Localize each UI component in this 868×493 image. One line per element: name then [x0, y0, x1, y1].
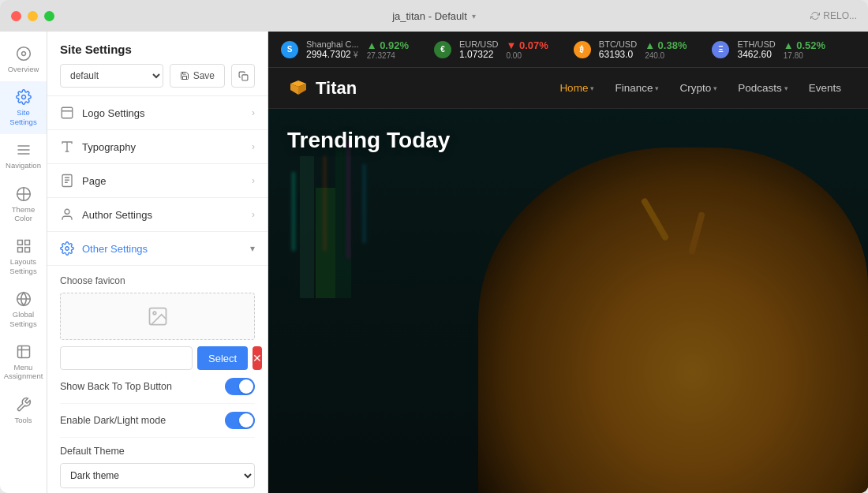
logo-settings-label: Logo Settings — [82, 107, 145, 119]
ticker-item-shanghai: S Shanghai C... 2994.7302 ¥ ▲ 0.92% 27.3… — [281, 39, 409, 60]
sidebar-item-theme-color[interactable]: ThemeColor — [0, 178, 47, 231]
svg-rect-8 — [24, 241, 29, 245]
page-label: Page — [82, 175, 106, 187]
svg-rect-10 — [24, 248, 29, 252]
minimize-button[interactable] — [28, 11, 38, 21]
author-arrow: › — [252, 209, 255, 220]
choose-favicon-label: Choose favicon — [60, 275, 255, 286]
svg-point-22 — [65, 247, 69, 251]
svg-rect-7 — [17, 241, 22, 245]
nav-logo: Titan — [287, 77, 357, 99]
nav-link-events[interactable]: Events — [801, 77, 849, 99]
back-to-top-toggle[interactable] — [225, 378, 255, 395]
svg-point-1 — [21, 52, 25, 56]
favicon-delete-button[interactable]: ✕ — [253, 346, 262, 370]
titlebar: ja_titan - Default ▾ RELO... — [0, 0, 868, 32]
settings-header: Site Settings default Save — [47, 32, 268, 96]
nav-link-crypto[interactable]: Crypto ▾ — [672, 77, 725, 99]
svg-point-21 — [65, 209, 69, 214]
other-settings-body: Choose favicon Select ✕ Show Back To Top… — [47, 266, 268, 493]
menu-item-logo[interactable]: Logo Settings › — [47, 96, 268, 130]
global-settings-icon — [16, 291, 32, 307]
sidebar-item-navigation[interactable]: Navigation — [0, 134, 47, 177]
traffic-lights — [11, 11, 54, 21]
back-to-top-row: Show Back To Top Button — [60, 370, 255, 404]
copy-icon — [238, 71, 249, 81]
sidebar-item-overview[interactable]: Overview — [0, 38, 47, 81]
save-icon — [180, 71, 189, 80]
app-window: ja_titan - Default ▾ RELO... Overview Si… — [0, 0, 868, 493]
theme-color-icon — [16, 186, 32, 202]
menu-item-author[interactable]: Author Settings › — [47, 198, 268, 232]
author-icon — [60, 207, 74, 222]
nav-link-finance[interactable]: Finance ▾ — [607, 77, 667, 99]
logo-settings-arrow: › — [252, 107, 255, 118]
favicon-upload-box[interactable] — [60, 293, 255, 340]
ticker-item-ethusd: Ξ ETH/USD 3462.60 ▲ 0.52% 17.80 — [712, 39, 825, 60]
settings-menu: Logo Settings › Typography › P — [47, 96, 268, 493]
close-button[interactable] — [11, 11, 21, 21]
other-settings-chevron: ▾ — [250, 243, 255, 254]
dark-light-mode-toggle[interactable] — [225, 412, 255, 429]
typography-arrow: › — [252, 141, 255, 152]
website-preview: S Shanghai C... 2994.7302 ¥ ▲ 0.92% 27.3… — [268, 32, 868, 493]
favicon-btn-row: Select ✕ — [60, 346, 255, 370]
page-arrow: › — [252, 175, 255, 186]
image-placeholder-icon — [147, 305, 169, 327]
svg-point-2 — [21, 95, 25, 99]
reload-button[interactable]: RELO... — [810, 10, 857, 21]
svg-rect-13 — [241, 74, 247, 80]
sidebar-item-global-settings[interactable]: GlobalSettings — [0, 283, 47, 336]
nav-links: Home ▾ Finance ▾ Crypto ▾ Podcasts ▾ — [552, 77, 849, 99]
ethusd-icon: Ξ — [712, 41, 729, 58]
svg-point-24 — [153, 312, 156, 315]
sidebar-item-site-settings[interactable]: SiteSettings — [0, 81, 47, 134]
tools-icon — [16, 397, 32, 413]
overview-icon — [16, 46, 32, 62]
window-title: ja_titan - Default ▾ — [392, 10, 476, 22]
ticker-item-btcusd: ₿ BTC/USD 63193.0 ▲ 0.38% 240.0 — [574, 39, 687, 60]
favicon-select-button[interactable]: Select — [197, 346, 248, 370]
favicon-input[interactable] — [60, 346, 193, 370]
default-theme-select[interactable]: Dark theme — [60, 463, 255, 488]
typography-icon — [60, 140, 74, 154]
nav-link-home[interactable]: Home ▾ — [552, 77, 602, 99]
site-settings-icon — [16, 89, 32, 105]
hero-section: Trending Today — [268, 109, 868, 493]
dark-light-mode-row: Enable Dark/Light mode — [60, 404, 255, 438]
sidebar-item-tools[interactable]: Tools — [0, 389, 47, 432]
main-layout: Overview SiteSettings Navigation ThemeCo… — [0, 32, 868, 493]
dark-light-mode-label: Enable Dark/Light mode — [60, 415, 166, 426]
menu-item-typography[interactable]: Typography › — [47, 130, 268, 164]
sidebar-item-layouts-settings[interactable]: LayoutsSettings — [0, 230, 47, 283]
sidebar-item-menu-assignment[interactable]: MenuAssignment — [0, 336, 47, 389]
nav-bar: Titan Home ▾ Finance ▾ Crypto ▾ — [268, 68, 868, 109]
settings-title: Site Settings — [60, 43, 255, 56]
svg-rect-17 — [62, 175, 72, 187]
logo-icon — [287, 77, 309, 99]
logo-text: Titan — [316, 78, 357, 99]
author-label: Author Settings — [82, 209, 152, 221]
settings-save-button[interactable]: Save — [170, 64, 225, 88]
hero-title: Trending Today — [287, 128, 450, 153]
title-dropdown-arrow[interactable]: ▾ — [472, 12, 476, 21]
menu-assignment-icon — [16, 344, 32, 360]
maximize-button[interactable] — [44, 11, 54, 21]
settings-profile-select[interactable]: default — [60, 64, 163, 88]
layouts-settings-icon — [16, 238, 32, 254]
default-theme-section: Default Theme Dark theme — [60, 438, 255, 488]
btcusd-icon: ₿ — [574, 41, 591, 58]
navigation-icon — [16, 142, 32, 158]
ticker-bar: S Shanghai C... 2994.7302 ¥ ▲ 0.92% 27.3… — [268, 32, 868, 68]
menu-item-page[interactable]: Page › — [47, 164, 268, 198]
logo-icon — [60, 106, 74, 120]
svg-rect-14 — [62, 107, 73, 118]
other-settings-toggle[interactable]: Other Settings ▾ — [47, 232, 268, 266]
svg-point-0 — [17, 47, 30, 61]
eurusd-icon: € — [434, 41, 451, 58]
page-icon — [60, 174, 74, 188]
settings-copy-button[interactable] — [231, 64, 255, 88]
nav-link-podcasts[interactable]: Podcasts ▾ — [730, 77, 796, 99]
default-theme-label: Default Theme — [60, 446, 125, 457]
hero-content: Trending Today — [287, 128, 450, 153]
